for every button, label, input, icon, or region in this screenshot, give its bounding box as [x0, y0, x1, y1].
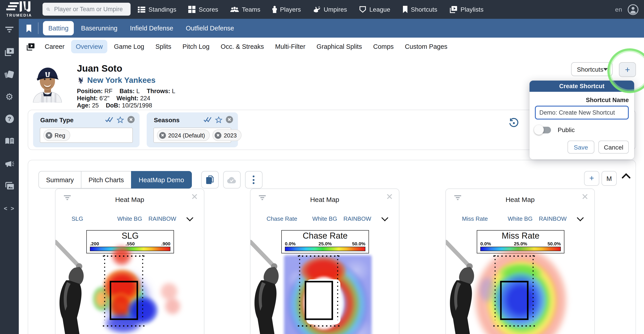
tab-overview[interactable]: Overview [71, 40, 107, 53]
favorite-star-icon[interactable] [215, 116, 222, 123]
remove-filter-icon[interactable] [226, 116, 233, 123]
toggle-knob[interactable] [534, 125, 544, 135]
strike-zone-overlay [284, 252, 382, 334]
shortcut-name-label: Shortcut Name [535, 97, 629, 103]
filter-chip[interactable]: 2023 [213, 129, 242, 141]
language-selector[interactable]: en [615, 6, 622, 13]
filter-chip[interactable]: 2024 (Default) [157, 129, 210, 141]
video-playlist-icon[interactable] [4, 48, 14, 56]
copy-page-button[interactable] [201, 171, 218, 188]
tab-heatmap-demo[interactable]: HeatMap Demo [131, 171, 192, 188]
select-all-icon[interactable] [105, 117, 113, 122]
tab-custom-pages[interactable]: Custom Pages [400, 40, 452, 53]
bookmark-icon[interactable] [26, 25, 32, 32]
tab-batting[interactable]: Batting [43, 21, 74, 35]
age-value: 25 [92, 102, 99, 109]
filter-chip[interactable]: Reg [44, 129, 70, 141]
collapse-chevron-up-icon[interactable] [622, 173, 630, 179]
palette-option[interactable]: RAINBOW [539, 215, 567, 222]
shortcut-name-input[interactable] [535, 106, 629, 120]
legend-scale: 0.0% 25.0% 50.0% [480, 241, 561, 246]
filter-history-icon[interactable] [508, 118, 519, 129]
create-shortcut-button[interactable]: + [619, 62, 636, 77]
shortcuts-dropdown-button[interactable]: Shortcuts [571, 62, 613, 76]
tab-outfield-defense[interactable]: Outfield Defense [180, 21, 240, 35]
close-panel-icon[interactable] [190, 193, 198, 201]
player-team-link[interactable]: N Y New York Yankees [77, 76, 156, 85]
nav-label: Players [280, 6, 301, 13]
filter-actions [105, 116, 134, 123]
save-button[interactable]: Save [568, 141, 594, 154]
help-icon[interactable]: ? [5, 115, 14, 123]
close-panel-icon[interactable] [386, 193, 394, 201]
nav-playlists[interactable]: Playlists [450, 6, 484, 13]
tab-baserunning[interactable]: Baserunning [76, 21, 123, 35]
filter-values[interactable]: Reg [40, 128, 133, 143]
global-search[interactable] [42, 3, 130, 16]
code-icon[interactable]: < > [4, 204, 14, 213]
heatmap-legend: Chase Rate 0.0% 25.0% 50.0% [281, 230, 369, 253]
nav-shortcuts[interactable]: Shortcuts [402, 6, 437, 13]
nav-label: League [370, 6, 390, 13]
select-all-icon[interactable] [204, 117, 212, 122]
remove-chip-icon[interactable] [159, 132, 166, 139]
legend-scale: 0.0% 25.0% 50.0% [284, 241, 366, 246]
app-window: TRUMEDIA Standings [0, 0, 644, 334]
tab-comps[interactable]: Comps [369, 40, 398, 53]
tab-pitch-log[interactable]: Pitch Log [178, 40, 214, 53]
tab-career[interactable]: Career [40, 40, 69, 53]
public-toggle[interactable] [535, 127, 551, 133]
cards-icon[interactable] [4, 70, 14, 79]
account-icon[interactable] [628, 4, 639, 15]
umpire-call-icon [313, 6, 321, 13]
palette-option[interactable]: RAINBOW [148, 215, 176, 222]
tab-infield-defense[interactable]: Infield Defense [124, 21, 178, 35]
filters-icon[interactable] [4, 25, 14, 34]
palette-option[interactable]: RAINBOW [344, 215, 371, 222]
cancel-button[interactable]: Cancel [598, 141, 629, 154]
remove-chip-icon[interactable] [46, 132, 52, 139]
scale-max: .900 [161, 241, 170, 246]
nav-standings[interactable]: Standings [138, 6, 176, 13]
filter-title: Seasons [154, 116, 180, 124]
tab-multi-filter[interactable]: Multi-Filter [270, 40, 310, 53]
nav-umpires[interactable]: Umpires [313, 6, 347, 13]
rainbow-gradient-bar [285, 247, 366, 251]
player-photo [28, 62, 68, 103]
filter-values[interactable]: 2024 (Default) 2023 [154, 128, 231, 143]
remove-filter-icon[interactable] [128, 116, 134, 123]
heatmap-settings-dropdown[interactable]: Miss Rate White BG RAINBOW [446, 214, 594, 223]
favorite-star-icon[interactable] [117, 116, 124, 123]
background-option[interactable]: White BG [446, 215, 594, 222]
more-options-button[interactable] [245, 171, 262, 188]
tab-splits[interactable]: Splits [151, 40, 176, 53]
heatmap-settings-dropdown[interactable]: SLG White BG RAINBOW [56, 214, 204, 223]
nav-league[interactable]: League [359, 6, 390, 13]
size-m-button[interactable]: M [602, 171, 617, 186]
tab-pitch-charts[interactable]: Pitch Charts [81, 171, 132, 188]
announcements-megaphone-icon[interactable] [4, 159, 14, 168]
trumedia-logo[interactable]: TRUMEDIA [6, 1, 38, 18]
playlist-add-icon[interactable] [26, 43, 35, 50]
cloud-sync-button[interactable] [223, 171, 240, 188]
nav-scores[interactable]: Scores [188, 6, 218, 13]
add-page-button[interactable]: + [584, 171, 599, 186]
caret-down-icon [603, 68, 608, 71]
background-option[interactable]: White BG [250, 215, 399, 222]
tab-summary[interactable]: Summary [38, 171, 82, 188]
create-shortcut-popup: Create Shortcut Shortcut Name Public Sav… [530, 81, 634, 159]
remove-chip-icon[interactable] [215, 132, 222, 139]
image-gallery-icon[interactable] [4, 181, 14, 190]
tab-occ-streaks[interactable]: Occ. & Streaks [216, 40, 268, 53]
settings-gear-icon[interactable]: ⚙ [4, 92, 14, 101]
close-panel-icon[interactable] [581, 193, 589, 201]
docs-book-icon[interactable] [4, 137, 14, 146]
search-input[interactable] [53, 5, 126, 13]
heatmap-settings-dropdown[interactable]: Chase Rate White BG RAINBOW [250, 214, 399, 223]
tab-graphical-splits[interactable]: Graphical Splits [312, 40, 366, 53]
nav-teams[interactable]: Teams [230, 6, 260, 13]
nav-players[interactable]: Players [272, 6, 301, 13]
tab-game-log[interactable]: Game Log [110, 40, 149, 53]
background-option[interactable]: White BG [56, 215, 204, 222]
kebab-icon [253, 176, 254, 184]
